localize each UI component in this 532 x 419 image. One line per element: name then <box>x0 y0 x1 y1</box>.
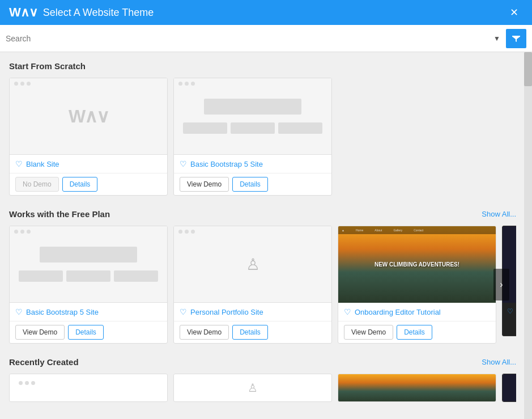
main-content: Start From Scratch W∧∨ <box>0 52 532 419</box>
view-demo-button-portfolio[interactable]: View Demo <box>180 325 229 340</box>
search-dropdown-button[interactable]: ▼ <box>491 33 503 44</box>
search-bar: ▼ <box>0 25 532 52</box>
content-area: Start From Scratch W∧∨ <box>0 52 524 419</box>
preview-bar-third <box>19 270 63 282</box>
scrollbar-thumb[interactable] <box>524 52 532 86</box>
show-all-recent[interactable]: Show All... <box>482 358 516 366</box>
bootstrap-site-info-free: ♡ Basic Bootstrap 5 Site <box>10 303 167 321</box>
window-chrome-2 <box>178 82 195 86</box>
portfolio-site-actions: View Demo Details <box>174 321 331 343</box>
chrome-dot <box>14 230 18 234</box>
climbing-recent <box>338 374 496 402</box>
climbing-hero-text: NEW CLIMBING ADVENTURES! <box>374 261 459 268</box>
section-title-free: Works with the Free Plan <box>9 209 110 219</box>
chevron-down-icon: ▼ <box>493 35 500 43</box>
blank-site-actions: No Demo Details <box>10 173 167 195</box>
chrome-dot <box>185 230 189 234</box>
preview-bar-third <box>114 270 158 282</box>
chrome-dot <box>20 230 24 234</box>
window-chrome-recent <box>14 378 168 388</box>
filter-icon <box>512 34 521 43</box>
theme-scroll-recent: ♙ <box>9 374 516 402</box>
bootstrap-site-name-scratch: Basic Bootstrap 5 Site <box>190 160 263 168</box>
blank-site-info: ♡ Blank Site <box>10 155 167 173</box>
scrollbar[interactable] <box>524 52 532 419</box>
chrome-dot <box>178 82 182 86</box>
section-header-free: Works with the Free Plan Show All... <box>9 209 516 219</box>
theme-card-recent-2[interactable]: ♙ <box>173 374 332 402</box>
chrome-dot <box>14 82 18 86</box>
header: W∧∨ Select A Website Theme ✕ <box>0 0 532 25</box>
view-demo-button-free[interactable]: View Demo <box>15 325 65 340</box>
climbing-preview: ▲ Home About Gallery Contact NEW CLIMBIN… <box>338 226 496 303</box>
window-chrome-3 <box>14 230 31 234</box>
climbing-nav-item: Gallery <box>393 228 402 232</box>
preview-bar-third <box>66 270 110 282</box>
heart-icon-2: ♡ <box>180 159 187 168</box>
dark-recent <box>503 374 516 402</box>
bootstrap-site-actions-free: View Demo Details <box>10 321 167 343</box>
no-demo-button: No Demo <box>15 177 59 192</box>
chrome-dot <box>178 230 182 234</box>
details-button-climbing[interactable]: Details <box>397 325 432 340</box>
climbing-site-actions: View Demo Details <box>338 321 496 343</box>
view-demo-button-climbing[interactable]: View Demo <box>344 325 393 340</box>
bootstrap-site-actions-scratch: View Demo Details <box>174 173 331 195</box>
header-left: W∧∨ Select A Website Theme <box>9 5 154 20</box>
section-free-plan: Works with the Free Plan Show All... <box>9 209 516 344</box>
window-chrome <box>14 82 31 86</box>
heart-icon: ♡ <box>15 159 23 168</box>
view-demo-button-scratch[interactable]: View Demo <box>180 177 229 192</box>
bootstrap-preview-free <box>10 226 167 303</box>
section-recently-created: Recently Created Show All... <box>9 357 516 402</box>
scroll-right-arrow[interactable]: › <box>493 269 509 301</box>
climbing-nav-item: About <box>374 228 382 232</box>
theme-card-bootstrap-scratch[interactable]: ♡ Basic Bootstrap 5 Site View Demo Detai… <box>173 78 332 196</box>
details-button-free[interactable]: Details <box>68 325 104 340</box>
climbing-nav-logo: ▲ <box>342 228 344 232</box>
theme-card-recent-3[interactable] <box>338 374 496 402</box>
section-start-from-scratch: Start From Scratch W∧∨ <box>9 61 516 196</box>
heart-icon-6: ♡ <box>507 307 513 315</box>
dark-card-info: ♡ <box>503 303 516 320</box>
chrome-dot <box>191 82 195 86</box>
details-button-scratch[interactable]: Details <box>232 177 268 192</box>
header-title: Select A Website Theme <box>43 7 154 19</box>
theme-card-climbing[interactable]: ▲ Home About Gallery Contact NEW CLIMBIN… <box>338 226 496 344</box>
bootstrap-site-info-scratch: ♡ Basic Bootstrap 5 Site <box>174 155 331 173</box>
section-wrapper: Start From Scratch W∧∨ <box>9 61 524 402</box>
climbing-header-bar: ▲ Home About Gallery Contact <box>338 226 496 234</box>
photo-icon-recent: ♙ <box>248 381 258 395</box>
climbing-site-info: ♡ Onboarding Editor Tutorial <box>338 303 496 321</box>
bootstrap-preview-content <box>174 90 331 143</box>
filter-button[interactable] <box>506 29 526 48</box>
section-header-scratch: Start From Scratch <box>9 61 516 71</box>
heart-icon-4: ♡ <box>180 307 187 316</box>
chrome-dot <box>185 82 189 86</box>
chrome-dot <box>27 230 31 234</box>
bootstrap-preview-content-free <box>10 238 167 291</box>
climbing-nav-item: Home <box>356 228 363 232</box>
chrome-dots-recent <box>19 381 35 385</box>
portfolio-site-info: ♡ Personal Portfolio Site <box>174 303 331 321</box>
portfolio-site-name: Personal Portfolio Site <box>190 308 263 316</box>
window-chrome-4 <box>178 230 195 234</box>
theme-card-bootstrap-free[interactable]: ♡ Basic Bootstrap 5 Site View Demo Detai… <box>9 226 168 344</box>
chrome-dot <box>27 82 31 86</box>
close-button[interactable]: ✕ <box>505 4 523 21</box>
preview-bar-third <box>183 122 227 134</box>
search-input[interactable] <box>6 34 488 43</box>
section-title-recent: Recently Created <box>9 357 79 367</box>
details-button[interactable]: Details <box>62 177 98 192</box>
theme-card-blank-site[interactable]: W∧∨ ♡ Blank Site No Demo Details <box>9 78 168 196</box>
portfolio-preview: ♙ <box>174 226 331 303</box>
bootstrap-preview-scratch <box>174 78 331 155</box>
blank-logo-icon: W∧∨ <box>69 105 108 127</box>
theme-card-recent-1[interactable] <box>9 374 168 402</box>
dark-heart-row: ♡ <box>507 307 516 315</box>
chrome-dot <box>20 82 24 86</box>
theme-card-portfolio[interactable]: ♙ ♡ Personal Portfolio Site View Demo De… <box>173 226 332 344</box>
blank-site-name: Blank Site <box>26 160 59 168</box>
show-all-free[interactable]: Show All... <box>482 210 516 218</box>
details-button-portfolio[interactable]: Details <box>232 325 268 340</box>
